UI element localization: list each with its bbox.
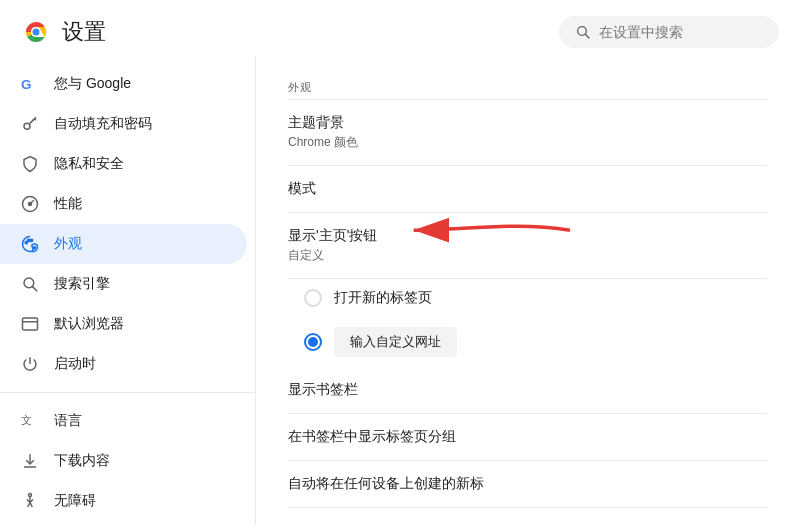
sidebar-item-language[interactable]: 文 语言	[0, 401, 247, 441]
sidebar-item-default-browser[interactable]: 默认浏览器	[0, 304, 247, 344]
home-button-sub: 自定义	[288, 247, 377, 264]
sidebar-item-search[interactable]: 搜索引擎	[0, 264, 247, 304]
home-button-label: 显示'主页'按钮	[288, 227, 377, 245]
theme-sub: Chrome 颜色	[288, 134, 358, 151]
svg-line-4	[585, 34, 589, 38]
home-button-row: 显示'主页'按钮 自定义	[288, 213, 767, 279]
tab-groups-row: 在书签栏中显示标签页分组	[288, 414, 767, 461]
svg-point-15	[33, 247, 35, 249]
mode-info: 模式	[288, 180, 316, 198]
auto-create-label: 自动将在任何设备上创建的新标	[288, 475, 484, 493]
mode-label: 模式	[288, 180, 316, 198]
sidebar-item-startup[interactable]: 启动时	[0, 344, 247, 384]
key-icon	[20, 114, 40, 134]
sidebar-item-accessibility[interactable]: 无障碍	[0, 481, 247, 521]
theme-label: 主题背景	[288, 114, 358, 132]
header: 设置	[0, 0, 799, 56]
search-icon	[575, 24, 591, 40]
svg-point-12	[25, 241, 27, 243]
power-icon	[20, 354, 40, 374]
sidebar-item-privacy[interactable]: 隐私和安全	[0, 144, 247, 184]
sidebar-item-autofill[interactable]: 自动填充和密码	[0, 104, 247, 144]
custom-url-button[interactable]: 输入自定义网址	[334, 327, 457, 357]
accessibility-icon	[20, 491, 40, 511]
mode-row: 模式	[288, 166, 767, 213]
svg-line-8	[35, 119, 37, 121]
svg-line-17	[33, 287, 37, 291]
theme-info: 主题背景 Chrome 颜色	[288, 114, 358, 151]
performance-icon	[20, 194, 40, 214]
language-icon: 文	[20, 411, 40, 431]
tab-groups-label: 在书签栏中显示标签页分组	[288, 428, 456, 446]
theme-row: 主题背景 Chrome 颜色	[288, 100, 767, 166]
radio-new-tab[interactable]: 打开新的标签页	[288, 279, 767, 317]
content-area: 外观 主题背景 Chrome 颜色 模式 显示'主页'按钮 自定义 打开新的标签…	[256, 56, 799, 525]
home-button-info: 显示'主页'按钮 自定义	[288, 227, 377, 264]
search-box[interactable]	[559, 16, 779, 48]
svg-rect-18	[23, 318, 38, 330]
paint-icon	[20, 234, 40, 254]
main-layout: G 您与 Google 自动填充和密码 隐私和安全	[0, 56, 799, 525]
bookmarks-bar-label: 显示书签栏	[288, 381, 358, 399]
radio-custom-url-circle[interactable]	[304, 333, 322, 351]
google-icon: G	[20, 74, 40, 94]
svg-text:文: 文	[21, 414, 32, 426]
bookmarks-bar-row: 显示书签栏	[288, 367, 767, 414]
auto-create-row: 自动将在任何设备上创建的新标	[288, 461, 767, 508]
page-title: 设置	[62, 17, 106, 47]
svg-point-2	[33, 29, 40, 36]
chrome-logo-icon	[20, 16, 52, 48]
sidebar-item-performance[interactable]: 性能	[0, 184, 247, 224]
download-icon	[20, 451, 40, 471]
svg-point-13	[27, 239, 29, 241]
search-engine-icon	[20, 274, 40, 294]
sidebar-item-google[interactable]: G 您与 Google	[0, 64, 247, 104]
browser-icon	[20, 314, 40, 334]
radio-custom-url[interactable]: 输入自定义网址	[288, 317, 767, 367]
logo-area: 设置	[20, 16, 559, 48]
svg-point-6	[24, 123, 30, 129]
sidebar-item-appearance[interactable]: 外观	[0, 224, 247, 264]
sidebar: G 您与 Google 自动填充和密码 隐私和安全	[0, 56, 256, 525]
svg-point-14	[30, 239, 32, 241]
section-label: 外观	[288, 72, 767, 100]
sidebar-item-download[interactable]: 下载内容	[0, 441, 247, 481]
svg-point-11	[29, 203, 32, 206]
svg-line-26	[30, 503, 32, 508]
svg-line-9	[32, 120, 34, 122]
shield-icon	[20, 154, 40, 174]
svg-point-23	[29, 494, 32, 497]
radio-new-tab-label: 打开新的标签页	[334, 289, 432, 307]
svg-text:G: G	[21, 77, 32, 92]
radio-new-tab-circle[interactable]	[304, 289, 322, 307]
sidebar-divider	[0, 392, 255, 393]
search-input[interactable]	[599, 24, 763, 40]
